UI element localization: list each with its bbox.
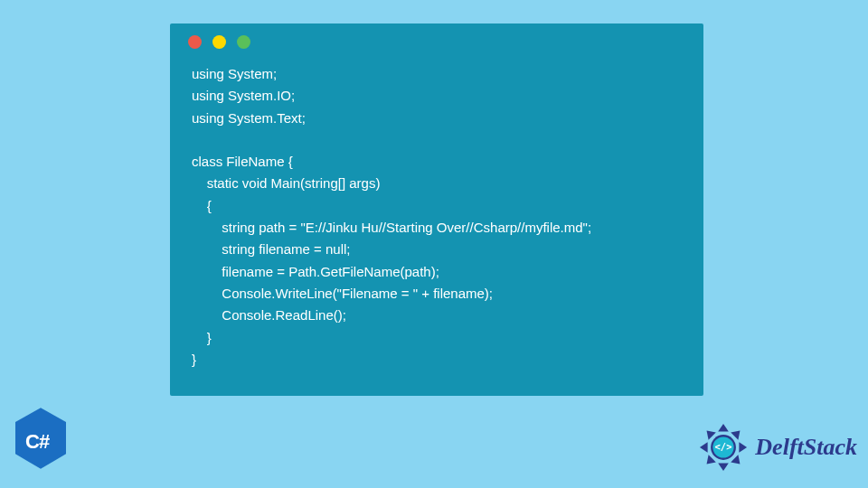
svg-marker-6 — [703, 455, 716, 467]
svg-marker-8 — [703, 427, 716, 439]
svg-marker-3 — [740, 442, 748, 453]
delftstack-label: DelftStack — [755, 434, 857, 461]
delftstack-icon: </> — [697, 421, 750, 474]
maximize-icon — [237, 35, 250, 49]
minimize-icon — [212, 35, 226, 49]
code-content: using System; using System.IO; using Sys… — [170, 60, 703, 392]
svg-marker-7 — [700, 442, 708, 453]
svg-marker-5 — [719, 463, 730, 471]
window-titlebar — [170, 23, 703, 60]
svg-marker-2 — [731, 427, 744, 439]
svg-text:</>: </> — [715, 441, 732, 452]
svg-marker-4 — [731, 455, 744, 467]
delftstack-logo: </> DelftStack — [697, 421, 857, 474]
csharp-badge-label: C# — [25, 430, 49, 454]
code-window: using System; using System.IO; using Sys… — [170, 23, 703, 396]
close-icon — [188, 35, 202, 49]
svg-marker-1 — [719, 424, 730, 432]
